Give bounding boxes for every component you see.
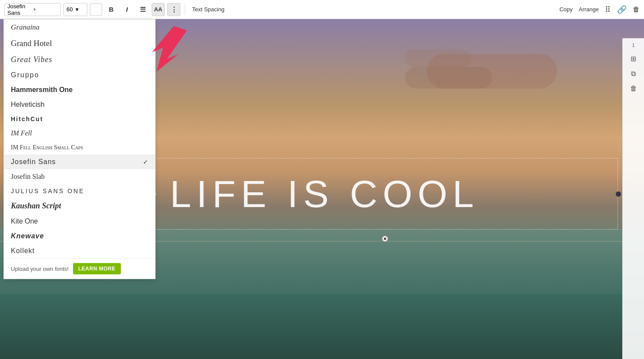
font-chevron-icon: ▾ bbox=[33, 7, 58, 12]
font-item[interactable]: Josefin Sans✓ bbox=[4, 155, 155, 169]
toolbar: Josefin Sans ▾ 60 ▾ B I ☰ AA ⋮ Text Spac… bbox=[0, 0, 644, 19]
page-number: 1 bbox=[632, 43, 634, 48]
right-sidebar: 1 ⊞ ⧉ 🗑 bbox=[622, 38, 644, 359]
grid-icon[interactable]: ⊞ bbox=[631, 55, 636, 63]
checkmark-icon: ✓ bbox=[143, 158, 148, 165]
font-item[interactable]: Gruppo bbox=[4, 68, 155, 82]
toolbar-divider bbox=[185, 4, 185, 15]
grid-dots-icon[interactable]: ⠿ bbox=[605, 5, 611, 14]
ocean-bottom bbox=[0, 294, 644, 359]
font-item[interactable]: Josefin Slab bbox=[4, 169, 155, 184]
text-spacing-label: Text Spacing bbox=[192, 6, 224, 13]
rotate-handle[interactable] bbox=[382, 235, 388, 242]
color-swatch[interactable] bbox=[90, 3, 102, 16]
font-size-selector[interactable]: 60 ▾ bbox=[63, 3, 87, 16]
font-item[interactable]: Great Vibes bbox=[4, 52, 155, 68]
trash-icon[interactable]: 🗑 bbox=[633, 6, 640, 13]
learn-more-button[interactable]: LEARN MORE bbox=[73, 263, 121, 274]
font-item[interactable]: IM Fell English Small Caps bbox=[4, 141, 155, 155]
duplicate-icon[interactable]: ⧉ bbox=[631, 70, 636, 78]
toolbar-right: Copy Arrange ⠿ 🔗 🗑 bbox=[559, 5, 640, 14]
font-list: GranainaGrand HotelGreat VibesGruppoHamm… bbox=[4, 20, 155, 258]
font-item[interactable]: Granaina bbox=[4, 20, 155, 35]
copy-button[interactable]: Copy bbox=[559, 6, 572, 13]
upload-fonts-label: Upload your own fonts! bbox=[11, 266, 69, 272]
arrange-button[interactable]: Arrange bbox=[579, 6, 599, 13]
cloud bbox=[405, 49, 470, 67]
font-item[interactable]: IM Fell bbox=[4, 126, 155, 141]
aa-button[interactable]: AA bbox=[152, 3, 165, 16]
font-item[interactable]: Helveticish bbox=[4, 97, 155, 112]
list-button[interactable]: ⋮ bbox=[167, 3, 180, 16]
font-name-label: Josefin Sans bbox=[7, 3, 32, 16]
font-item[interactable]: Kollekt bbox=[4, 244, 155, 258]
link-icon[interactable]: 🔗 bbox=[617, 5, 627, 14]
font-item[interactable]: Julius Sans One bbox=[4, 184, 155, 198]
cloud bbox=[405, 67, 492, 89]
font-item[interactable]: Grand Hotel bbox=[4, 35, 155, 52]
italic-button[interactable]: I bbox=[120, 3, 133, 16]
font-item[interactable]: Hammersmith One bbox=[4, 82, 155, 97]
font-item[interactable]: Knewave bbox=[4, 229, 155, 244]
align-button[interactable]: ☰ bbox=[136, 3, 149, 16]
text-element[interactable]: LIFE IS COOL bbox=[152, 158, 618, 230]
font-item[interactable]: Kaushan Script bbox=[4, 198, 155, 214]
font-dropdown-footer: Upload your own fonts! LEARN MORE bbox=[4, 258, 155, 279]
font-item[interactable]: HitchCut bbox=[4, 112, 155, 126]
font-item[interactable]: Kite One bbox=[4, 214, 155, 229]
bold-button[interactable]: B bbox=[105, 3, 118, 16]
canvas-text: LIFE IS COOL bbox=[153, 172, 479, 216]
font-dropdown: GranainaGrand HotelGreat VibesGruppoHamm… bbox=[3, 19, 156, 279]
font-size-label: 60 bbox=[66, 6, 76, 13]
delete-page-icon[interactable]: 🗑 bbox=[630, 85, 637, 92]
font-selector[interactable]: Josefin Sans ▾ bbox=[4, 3, 61, 16]
resize-handle-right[interactable] bbox=[616, 191, 621, 197]
size-chevron-icon: ▾ bbox=[76, 6, 85, 13]
